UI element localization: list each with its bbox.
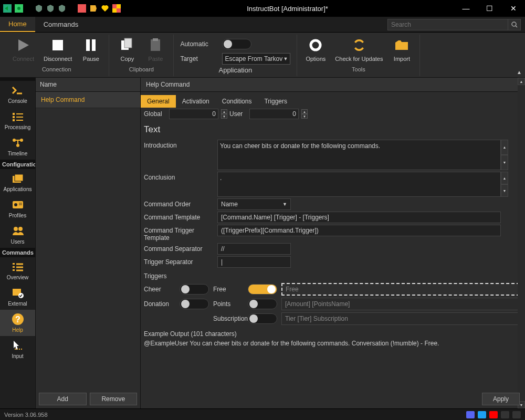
nav-timeline[interactable]: Timeline: [0, 133, 35, 160]
editor-scrollbar[interactable]: ▲▼: [518, 78, 525, 408]
svg-rect-20: [13, 113, 15, 115]
nav-overview[interactable]: Overview: [0, 257, 35, 284]
apply-button[interactable]: Apply: [482, 393, 520, 405]
command-separator-label: Command Separator: [144, 243, 217, 253]
subscription-label: Subscription: [213, 315, 244, 322]
command-separator-input[interactable]: [217, 243, 291, 255]
editor-pane: Help Command General Activation Conditio…: [141, 78, 525, 408]
nav-profiles[interactable]: Profiles: [0, 195, 35, 222]
copy-button[interactable]: Copy: [114, 35, 140, 64]
free-field[interactable]: Free: [281, 283, 520, 296]
command-template-input[interactable]: [217, 212, 501, 223]
misc-icon[interactable]: [512, 411, 521, 418]
example-output-label: Example Output (101 characters): [144, 327, 520, 339]
user-up[interactable]: ▲: [301, 109, 308, 114]
check-updates-button[interactable]: Check for Updates: [332, 35, 386, 64]
command-order-select[interactable]: Name▼: [217, 198, 291, 210]
tab-triggers[interactable]: Triggers: [258, 95, 293, 108]
qa-icon[interactable]: [3, 4, 12, 13]
nav-applications[interactable]: Applications: [0, 169, 35, 195]
svg-rect-14: [124, 38, 132, 48]
subscription-toggle[interactable]: [248, 313, 277, 324]
user-value[interactable]: 0: [249, 109, 299, 119]
qa-icon[interactable]: [35, 4, 43, 13]
command-trigger-template-input[interactable]: [217, 225, 501, 236]
qa-icon[interactable]: [101, 4, 109, 13]
nav-help[interactable]: ? Help: [0, 310, 35, 336]
global-down[interactable]: ▼: [221, 114, 227, 119]
close-button[interactable]: ✕: [501, 0, 525, 17]
free-toggle[interactable]: [248, 284, 277, 295]
maximize-button[interactable]: ☐: [478, 0, 501, 17]
svg-rect-38: [13, 266, 15, 268]
svg-rect-5: [117, 4, 121, 8]
discord-icon[interactable]: [466, 411, 475, 418]
points-label: Points: [213, 300, 244, 308]
donation-toggle[interactable]: [180, 299, 209, 309]
svg-rect-3: [78, 4, 86, 13]
pause-button[interactable]: Pause: [78, 35, 103, 64]
scroll-up-icon[interactable]: ▲: [501, 140, 508, 155]
options-button[interactable]: Options: [302, 35, 329, 64]
remove-button[interactable]: Remove: [90, 393, 138, 405]
connect-button[interactable]: Connect: [9, 35, 37, 64]
nav-processing[interactable]: Processing: [0, 107, 35, 133]
youtube-icon[interactable]: [489, 411, 498, 418]
command-list: Name Help Command Add Remove: [36, 78, 141, 408]
scroll-down-icon[interactable]: ▼: [501, 155, 508, 170]
version-label: Version 3.06.958: [4, 412, 48, 418]
twitter-icon[interactable]: [478, 411, 486, 418]
qa-icon[interactable]: [112, 4, 121, 13]
user-down[interactable]: ▼: [301, 114, 308, 119]
qa-icon[interactable]: [89, 4, 98, 13]
scroll-down-icon[interactable]: ▼: [501, 184, 508, 197]
tab-activation[interactable]: Activation: [176, 95, 216, 108]
command-order-label: Command Order: [144, 198, 217, 208]
ribbon-collapse-icon[interactable]: ▲: [517, 69, 522, 75]
qa-icon[interactable]: [15, 4, 23, 13]
svg-point-18: [313, 43, 318, 47]
cheer-toggle[interactable]: [180, 284, 209, 295]
qa-icon[interactable]: [46, 4, 55, 13]
menu-commands[interactable]: Commands: [35, 17, 87, 32]
tab-conditions[interactable]: Conditions: [216, 95, 258, 108]
points-toggle[interactable]: [248, 299, 277, 309]
nav-input[interactable]: Input: [0, 336, 35, 362]
misc-icon[interactable]: [501, 411, 509, 418]
target-select[interactable]: Escape From Tarkov▼: [222, 53, 290, 65]
global-value[interactable]: 0: [169, 109, 218, 119]
add-button[interactable]: Add: [39, 393, 87, 405]
editor-header: Help Command: [141, 78, 525, 92]
minimize-button[interactable]: —: [454, 0, 478, 17]
trigger-separator-input[interactable]: [217, 256, 291, 268]
qa-icon[interactable]: [58, 4, 66, 13]
import-button[interactable]: Import: [389, 35, 414, 64]
paste-button[interactable]: Paste: [143, 35, 168, 64]
svg-rect-10: [52, 40, 63, 50]
global-up[interactable]: ▲: [221, 109, 227, 114]
introduction-input[interactable]: [217, 140, 501, 170]
nav-users[interactable]: Users: [0, 222, 35, 248]
disconnect-button[interactable]: Disconnect: [40, 35, 75, 64]
nav-external[interactable]: External: [0, 284, 35, 310]
group-connection-label: Connection: [42, 64, 71, 74]
triggers-header: Triggers: [144, 269, 520, 281]
svg-point-36: [18, 227, 23, 231]
search-input[interactable]: [387, 19, 508, 30]
target-label: Target: [180, 55, 217, 62]
points-field[interactable]: [Amount] [PointsName]: [281, 298, 520, 310]
menu-home[interactable]: Home: [0, 17, 35, 32]
subscription-field[interactable]: Tier [Tier] Subscription: [281, 312, 520, 325]
svg-rect-16: [153, 38, 158, 41]
automatic-toggle[interactable]: [222, 39, 251, 49]
scroll-up-icon[interactable]: ▲: [501, 172, 508, 184]
nav-console[interactable]: Console: [0, 81, 35, 107]
qa-icon[interactable]: [78, 4, 86, 13]
svg-rect-21: [13, 116, 15, 118]
command-list-item[interactable]: Help Command: [36, 92, 140, 108]
tab-general[interactable]: General: [141, 95, 176, 108]
cheer-label: Cheer: [144, 286, 175, 293]
search-button[interactable]: [508, 19, 521, 30]
conclusion-input[interactable]: [217, 172, 501, 197]
section-text: Text: [144, 122, 520, 138]
